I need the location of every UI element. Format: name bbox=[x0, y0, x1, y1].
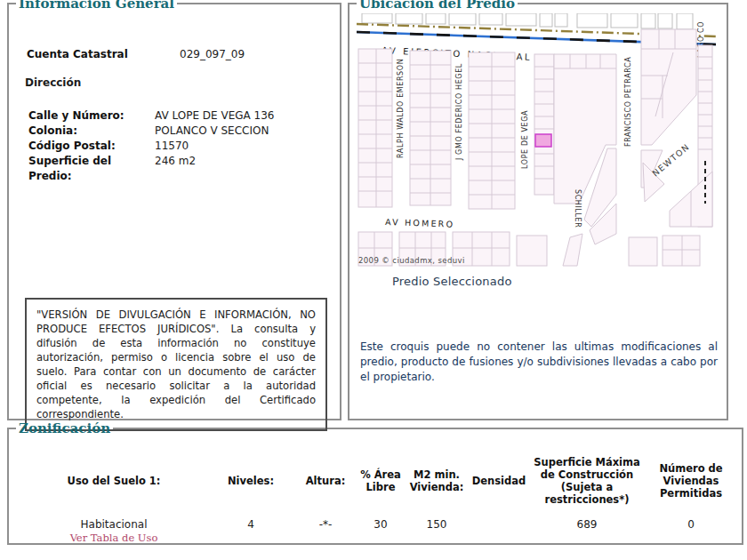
cell-densidad bbox=[470, 509, 528, 544]
croquis-map: AV EJERCITO NACIONAL MEXICANO LAGO CO bbox=[357, 13, 716, 268]
ubicacion-predio-legend: Ubicación del Predio bbox=[357, 0, 518, 12]
superficie-label: Superficie del Predio: bbox=[28, 154, 155, 184]
colonia-label: Colonia: bbox=[28, 124, 155, 139]
header-densidad: Densidad bbox=[470, 442, 528, 509]
calle-value: AV LOPE DE VEGA 136 bbox=[155, 108, 274, 124]
header-area-libre: % Área Libre bbox=[357, 442, 404, 509]
cell-uso: Habitacional Ver Tabla de Uso bbox=[20, 509, 208, 544]
zonificacion-data-row: Habitacional Ver Tabla de Uso 4 -*- 30 1… bbox=[20, 509, 736, 544]
cell-superficie-max: 689 bbox=[528, 509, 646, 544]
codigo-postal-row: Código Postal: 11570 bbox=[28, 139, 334, 154]
cell-niveles: 4 bbox=[208, 509, 293, 544]
colonia-row: Colonia: POLANCO V SECCION bbox=[28, 124, 334, 139]
street-label-homero: AV HOMERO bbox=[385, 217, 454, 229]
header-viviendas-permitidas: Número de Viviendas Permitidas bbox=[646, 442, 736, 509]
map-block-columns bbox=[358, 29, 712, 266]
street-label-schiller: SCHILLER bbox=[574, 189, 582, 228]
zonificacion-legend: Zonificación bbox=[16, 420, 113, 436]
codigo-postal-label: Código Postal: bbox=[28, 139, 155, 154]
general-fields: Cuenta Catastral 029_097_09 bbox=[27, 47, 334, 62]
cuenta-catastral-label: Cuenta Catastral bbox=[27, 47, 180, 62]
address-fields: Calle y Número: AV LOPE DE VEGA 136 Colo… bbox=[28, 108, 334, 184]
map-top-blocks bbox=[362, 13, 693, 29]
zonificacion-header-row: Uso del Suelo 1: Niveles: Altura: % Área… bbox=[20, 442, 736, 509]
calle-row: Calle y Número: AV LOPE DE VEGA 136 bbox=[28, 108, 334, 124]
selected-parcel-highlight bbox=[535, 134, 551, 147]
header-superficie-maxima: Superficie Máxima de Construcción (Sujet… bbox=[528, 442, 646, 509]
cuenta-catastral-value: 029_097_09 bbox=[180, 47, 245, 62]
superficie-row: Superficie del Predio: 246 m2 bbox=[28, 154, 334, 184]
street-label-lope-de-vega: LOPE DE VEGA bbox=[521, 110, 529, 169]
croquis-note: Este croquis puede no contener las ultim… bbox=[360, 340, 718, 385]
uso-value: Habitacional bbox=[81, 518, 148, 531]
codigo-postal-value: 11570 bbox=[155, 139, 189, 154]
colonia-value: POLANCO V SECCION bbox=[155, 124, 269, 139]
informacion-general-legend: Información General bbox=[16, 0, 177, 12]
cuenta-catastral-row: Cuenta Catastral 029_097_09 bbox=[27, 47, 334, 62]
property-info-page: Información General Cuenta Catastral 029… bbox=[7, 0, 740, 545]
header-niveles: Niveles: bbox=[208, 442, 293, 509]
map-canvas: AV EJERCITO NACIONAL MEXICANO LAGO CO bbox=[357, 13, 721, 268]
cell-area-libre: 30 bbox=[357, 509, 404, 544]
superficie-value: 246 m2 bbox=[155, 154, 196, 184]
cell-altura: -*- bbox=[293, 509, 357, 544]
street-label-emerson: RALPH WALDO EMERSON bbox=[397, 59, 405, 158]
top-panels: Información General Cuenta Catastral 029… bbox=[7, 0, 740, 420]
zonificacion-table: Uso del Suelo 1: Niveles: Altura: % Área… bbox=[20, 442, 736, 544]
calle-label: Calle y Número: bbox=[28, 108, 155, 124]
ver-tabla-de-uso-link[interactable]: Ver Tabla de Uso bbox=[21, 532, 206, 544]
header-m2-min: M2 min. Vivienda: bbox=[404, 442, 470, 509]
legal-disclaimer: "VERSIÓN DE DIVULGACIÓN E INFORMACIÓN, N… bbox=[25, 298, 327, 431]
header-uso-del-suelo: Uso del Suelo 1: bbox=[20, 442, 208, 509]
cell-viviendas: 0 bbox=[646, 509, 736, 544]
header-altura: Altura: bbox=[293, 442, 357, 509]
street-label-hegel: J GMO FEDERICO HEGEL bbox=[455, 63, 463, 161]
cell-m2-min: 150 bbox=[404, 509, 470, 544]
map-copyright: 2009 © ciudadmx, seduvi bbox=[358, 256, 465, 265]
street-label-petrarca: FRANCISCO PETRARCA bbox=[624, 57, 632, 147]
zonificacion-panel: Zonificación Uso del Suelo 1: Niveles: A… bbox=[7, 420, 743, 545]
ubicacion-predio-panel: Ubicación del Predio bbox=[348, 0, 728, 420]
informacion-general-panel: Información General Cuenta Catastral 029… bbox=[7, 0, 341, 420]
map-caption: Predio Seleccionado bbox=[392, 275, 721, 288]
direccion-label: Dirección bbox=[25, 76, 334, 91]
